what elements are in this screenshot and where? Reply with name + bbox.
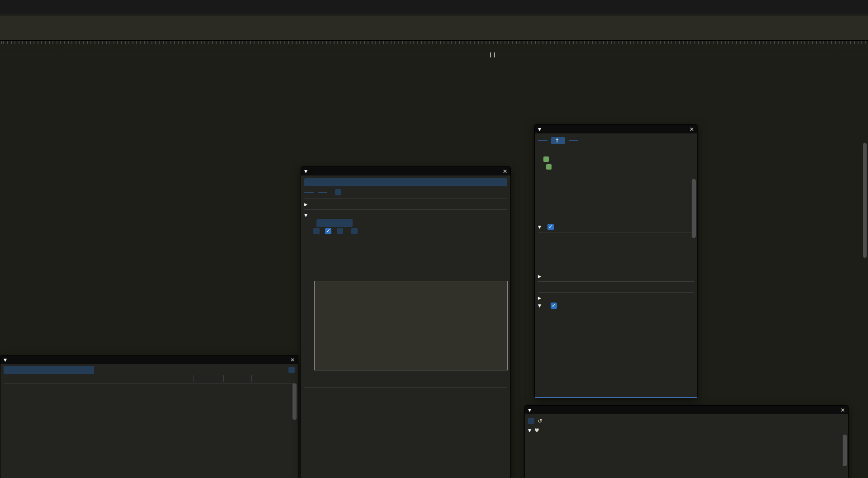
collapse-icon[interactable]: ▼ bbox=[528, 408, 531, 412]
memory-titlebar[interactable]: ▼ ✕ bbox=[525, 406, 848, 414]
history-icon: ↺ bbox=[538, 418, 542, 424]
close-icon[interactable]: ✕ bbox=[689, 126, 694, 133]
ignore-case-checkbox[interactable] bbox=[335, 189, 341, 195]
log-time-checkbox[interactable]: ✓ bbox=[325, 228, 331, 234]
collapse-icon[interactable]: ▼ bbox=[4, 358, 7, 362]
heart-icon: ♥ bbox=[534, 427, 539, 434]
collapse-icon[interactable]: ▼ bbox=[528, 428, 531, 433]
up-arrow-icon: ↑ bbox=[555, 137, 559, 144]
search-input[interactable] bbox=[304, 178, 507, 186]
go-to-parent-button[interactable]: ↑ bbox=[551, 137, 565, 144]
collapse-icon[interactable]: ▼ bbox=[538, 303, 541, 308]
close-icon[interactable]: ✕ bbox=[290, 357, 295, 363]
stats-scrollbar[interactable] bbox=[292, 383, 297, 420]
zone-info-scrollbar[interactable] bbox=[692, 179, 696, 238]
find-zone-titlebar[interactable]: ▼ ✕ bbox=[301, 167, 510, 175]
log-values-checkbox[interactable] bbox=[313, 228, 320, 234]
close-icon[interactable]: ✕ bbox=[840, 407, 845, 413]
filter-input[interactable] bbox=[4, 366, 94, 374]
time-relative-checkbox[interactable]: ✓ bbox=[547, 224, 554, 230]
zoom-to-zone-button[interactable] bbox=[538, 140, 547, 141]
collapse-icon[interactable]: ▼ bbox=[304, 213, 307, 218]
group-children-checkbox[interactable]: ✓ bbox=[551, 303, 557, 309]
expand-icon[interactable]: ▶ bbox=[538, 274, 541, 279]
cumulate-time-checkbox[interactable] bbox=[337, 228, 343, 234]
statistics-titlebar[interactable]: ▼ ✕ bbox=[0, 355, 298, 364]
find-button[interactable] bbox=[304, 192, 314, 193]
memory-header-row bbox=[528, 435, 845, 443]
app-root: ▼ ✕ bbox=[0, 0, 868, 478]
main-scrollbar[interactable] bbox=[863, 143, 867, 258]
close-icon[interactable]: ✕ bbox=[503, 168, 507, 175]
find-zone-window: ▼ ✕ ▶ ▼ bbox=[301, 166, 511, 478]
min-bin-input[interactable] bbox=[316, 219, 353, 227]
self-time-checkbox[interactable] bbox=[351, 228, 358, 234]
restrict-time-checkbox[interactable] bbox=[528, 418, 534, 424]
statistics-button[interactable] bbox=[569, 140, 578, 141]
stats-header-row bbox=[4, 374, 295, 383]
collapse-icon[interactable]: ▼ bbox=[538, 225, 541, 229]
expand-icon[interactable]: ▶ bbox=[304, 202, 307, 207]
zone-info-titlebar[interactable]: ▼ ✕ bbox=[535, 125, 697, 133]
histogram-axis bbox=[314, 370, 508, 386]
expand-icon[interactable]: ▶ bbox=[538, 296, 541, 300]
thread-swatch[interactable] bbox=[546, 164, 552, 170]
zone-info-window: ▼ ✕ ↑ ▼ ✓ bbox=[534, 124, 698, 398]
statistics-window: ▼ ✕ bbox=[0, 355, 298, 478]
memory-scrollbar[interactable] bbox=[843, 435, 847, 466]
clear-button[interactable] bbox=[318, 192, 327, 193]
find-zone-histogram[interactable] bbox=[314, 281, 508, 370]
memory-window: ▼ ✕ ↺ ▼ ♥ bbox=[524, 405, 849, 478]
collapse-icon[interactable]: ▼ bbox=[304, 169, 307, 174]
stats-option-checkbox[interactable] bbox=[288, 367, 295, 373]
source-swatch[interactable] bbox=[543, 156, 549, 162]
collapse-icon[interactable]: ▼ bbox=[538, 127, 541, 132]
